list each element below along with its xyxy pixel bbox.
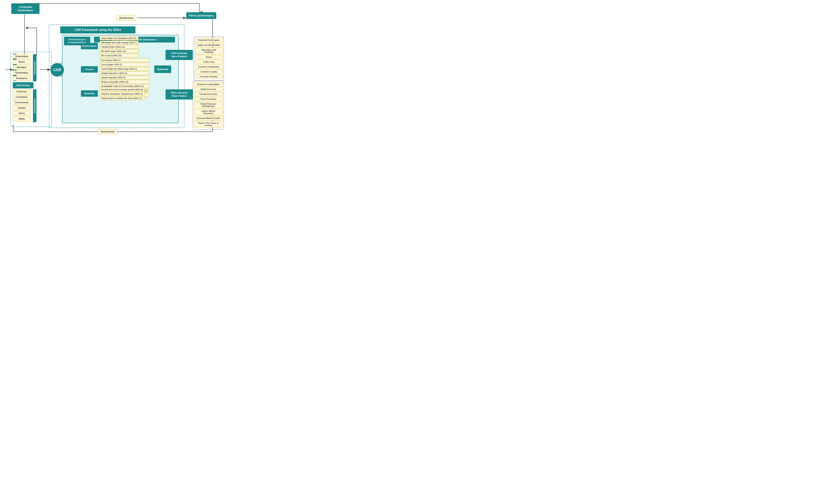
economy-sdgs: Decent work and economic growth (SDG-8) …: [100, 88, 144, 101]
beneficiaries-top-box: Beneficiaries: [117, 15, 136, 20]
cv-item-7: Customer Loyalty: [195, 70, 223, 74]
cv-item-1: Financial Performance: [195, 38, 223, 42]
stakeholders-label: Stakeholders: [15, 71, 28, 74]
managers-label: Managers: [17, 66, 27, 69]
shareholders-box: Shareholders: [13, 54, 31, 59]
corporate-governance-box: CorporateGovernance: [11, 3, 39, 14]
uv-item-6: Labour Market Expansion: [194, 109, 223, 115]
beneficiaries-bottom-label: Beneficiaries: [101, 130, 114, 133]
soc-sdg-2: Zero Hunger (SDG-2): [100, 63, 149, 66]
economy-box: Economy: [81, 90, 98, 97]
soc-sdg-5: Gender Equality (SDG-5): [100, 76, 149, 79]
outcome-label: Outcome: [157, 68, 168, 71]
economy-label: Economy: [84, 92, 94, 95]
env-sdg-2: Affordable and clean energy (SDG-7): [100, 41, 138, 44]
customers-box: Customers: [13, 89, 31, 94]
diagram-container: CorporateGovernance Firm's performance B…: [0, 0, 226, 139]
uv-item-5: Global Resource Management: [194, 102, 223, 108]
csr-framework-title-label: CSR Framework using the SDGs: [74, 28, 121, 31]
internal-drivers-bar-text: Internal Drivers: [34, 61, 36, 75]
uv-item-2: Stable Economy: [194, 87, 223, 91]
shareholders-label: Shareholders: [15, 55, 28, 58]
board-label: Board: [19, 61, 25, 63]
employees-box: Employees: [13, 76, 31, 80]
society-box: Society: [81, 66, 98, 73]
customers-label: Customers: [16, 90, 27, 93]
media-label: Media: [19, 118, 25, 120]
soc-sdg-4: Quality Education (SDG-4): [100, 71, 149, 75]
environment-sdgs: Clean Water and Sanitation (SDG-6) Affor…: [100, 36, 138, 58]
industry-box: Industry: [13, 106, 31, 110]
industry-label: Industry: [18, 107, 26, 109]
soc-sdg-7: Sustainable Cities & Communities (SDG-11…: [100, 84, 149, 88]
csr-circle: CSR: [50, 63, 64, 77]
csr-corporate-value-box: CSR CorporateValue Creation: [165, 50, 193, 60]
csr-drivers-label: CSR Drivers: [16, 84, 30, 87]
internal-drivers-bar: Internal Drivers: [33, 54, 36, 81]
cv-item-6: Customer Satisfaction: [195, 65, 223, 69]
beneficiaries-bottom-box: Beneficiaries: [98, 129, 117, 134]
eco-sdg-2: Industry, Innovation, Infrastructure (SD…: [100, 92, 144, 96]
sdgs-universal-value-label: SDGs UniversalValue Creation: [170, 91, 187, 97]
eco-sdg-1: Decent work and economic growth (SDG-8): [100, 88, 144, 91]
soc-sdg-3: Good Health and Well-being (SDG-3): [100, 67, 149, 71]
governments-box: Governments: [13, 100, 31, 105]
uv-item-3: Functional Society: [194, 92, 223, 96]
csr-dimensions-label: CSR Dimensions& Implementation: [68, 38, 86, 43]
environment-box: Environment: [81, 43, 98, 49]
board-box: Board: [13, 60, 31, 64]
env-sdg-1: Clean Water and Sanitation (SDG-6): [100, 36, 138, 40]
managers-box: Managers: [13, 65, 31, 70]
media-box: Media: [13, 117, 31, 121]
firms-performance-label: Firm's performance: [189, 14, 214, 17]
uv-item-7: Universal Market Growth: [194, 116, 223, 120]
external-drivers-bar-text: External Drivers: [34, 99, 36, 113]
cv-item-3: Reputation and Credibility: [195, 48, 223, 54]
corporate-value-items: Financial Performance Image and Identifi…: [194, 37, 224, 81]
sdgs-universal-value-box: SDGs UniversalValue Creation: [165, 89, 193, 99]
competitors-label: Competitors: [16, 96, 28, 98]
competitors-box: Competitors: [13, 95, 31, 99]
cv-item-4: Brand: [195, 55, 223, 59]
uv-item-8: Protect The Future of Human: [194, 121, 223, 127]
cv-item-8: Purchase Intention: [195, 74, 223, 79]
uv-item-1: Business Sustainability: [194, 82, 223, 86]
beneficiaries-top-label: Beneficiaries: [119, 17, 133, 19]
csr-drivers-box: CSR Drivers: [13, 82, 33, 88]
uv-item-4: Crisis Prevention: [194, 97, 223, 101]
csr-framework-title: CSR Framework using the SDGs: [60, 26, 135, 33]
env-sdg-4: life below water (SDG-14): [100, 49, 138, 53]
eco-sdg-3: Partnerships to achieve the Goal (SDG 17…: [100, 96, 144, 100]
env-sdg-5: life on land (SDG-15): [100, 54, 138, 57]
external-drivers-bar: External Drivers: [33, 89, 36, 122]
soc-sdg-1: No Poverty (SDG-1): [100, 58, 149, 62]
universal-value-items: Business Sustainability Stable Economy F…: [193, 81, 224, 129]
employees-label: Employees: [16, 77, 27, 80]
csr-corporate-value-label: CSR CorporateValue Creation: [171, 52, 187, 58]
ngos-box: NGOs: [13, 111, 31, 116]
stakeholders-box: Stakeholders: [13, 71, 31, 75]
outcome-box: Outcome: [154, 65, 171, 73]
environment-label: Environment: [82, 45, 96, 47]
governments-label: Governments: [15, 101, 28, 104]
cv-item-5: Public Trust: [195, 60, 223, 64]
firms-performance-box: Firm's performance: [186, 12, 216, 19]
cv-item-2: Image and Identification: [195, 43, 223, 47]
env-sdg-3: Climate Action (SDG-13): [100, 45, 138, 49]
corporate-governance-label: CorporateGovernance: [18, 5, 33, 12]
ngos-label: NGOs: [19, 112, 25, 115]
csr-circle-label: CSR: [53, 68, 61, 72]
society-label: Society: [85, 68, 93, 71]
soc-sdg-6: Reduce Inequality (SDG-10): [100, 80, 149, 84]
